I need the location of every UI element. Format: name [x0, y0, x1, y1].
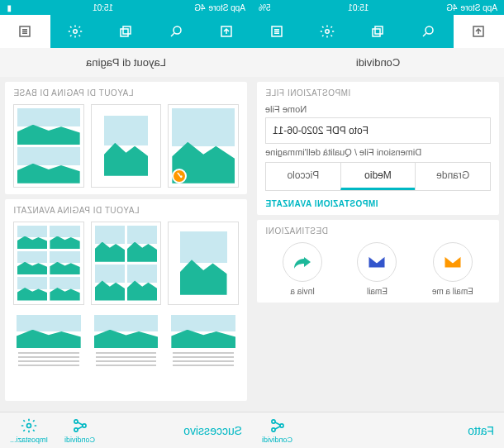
- card-title: IMPOSTAZIONI FILE: [265, 88, 491, 98]
- tab-search[interactable]: [151, 15, 202, 48]
- card-title: LAYOUT DI PAGINA AVANZATI: [13, 206, 239, 215]
- layout-img-text[interactable]: [168, 312, 239, 395]
- search-icon: [419, 21, 439, 41]
- network-icon: 4G: [194, 3, 205, 12]
- status-bar: App Store 4G 15:01 ▮: [0, 0, 252, 15]
- advanced-layout-grid: [13, 222, 239, 305]
- dest-email[interactable]: Email: [358, 242, 397, 296]
- gear-icon: [21, 417, 37, 434]
- envelope-icon: [433, 242, 473, 282]
- layout-4up[interactable]: [91, 222, 162, 305]
- app-indicator: App Store: [209, 3, 245, 12]
- gear-icon: [66, 21, 86, 41]
- layout-single-fit[interactable]: [91, 104, 162, 188]
- layer-icon: [116, 21, 136, 41]
- basic-layout-grid: [13, 104, 239, 188]
- done-button[interactable]: Fatto: [468, 424, 494, 437]
- tab-layer[interactable]: [353, 15, 403, 48]
- search-icon: [167, 21, 187, 41]
- status-time: 15:01: [348, 3, 368, 12]
- dest-email-me[interactable]: Email a me: [432, 242, 473, 296]
- battery-icon: 5%: [259, 3, 270, 12]
- layout-single-adv[interactable]: [168, 222, 239, 305]
- top-toolbar: [0, 15, 252, 48]
- network-icon: 4G: [446, 3, 457, 12]
- svg-point-11: [74, 30, 78, 34]
- svg-point-16: [27, 423, 31, 427]
- list-icon: [268, 21, 288, 41]
- envelope-icon: [358, 242, 397, 282]
- destinations-card: DESTINAZIONI Email a me Email Invia a: [257, 220, 499, 303]
- right-phone-screen: App Store 4G 15:01 ▮ Layout di Pagina LA…: [0, 0, 252, 448]
- layout-img-text-2[interactable]: [91, 312, 162, 395]
- advanced-settings-link[interactable]: IMPOSTAZIONI AVANZATE: [265, 199, 491, 208]
- next-button[interactable]: Successivo: [183, 424, 242, 437]
- selected-badge-icon: [172, 169, 187, 183]
- layout-img-text-3[interactable]: [13, 312, 84, 395]
- status-time: 15:01: [93, 3, 113, 12]
- svg-rect-2: [373, 29, 381, 36]
- bottom-bar: Successivo Condividi Impostazi...: [0, 412, 252, 448]
- svg-rect-9: [124, 26, 131, 34]
- share-button[interactable]: Condividi: [64, 417, 95, 444]
- gear-icon: [318, 21, 338, 41]
- dest-label: Email a me: [432, 287, 473, 296]
- page-title: Layout di Pagina: [0, 48, 252, 77]
- layout-single[interactable]: [168, 104, 239, 188]
- advanced-layouts-card: LAYOUT DI PAGINA AVANZATI: [5, 199, 247, 402]
- settings-label: Impostazi...: [10, 436, 48, 444]
- export-icon: [469, 21, 489, 41]
- layout-6up[interactable]: [13, 222, 84, 305]
- list-icon: [16, 21, 36, 41]
- settings-button[interactable]: Impostazi...: [10, 417, 48, 444]
- card-title: LAYOUT DI PAGINA DI BASE: [13, 88, 239, 98]
- top-toolbar: [252, 15, 504, 48]
- advanced-layout-grid-2: [13, 312, 239, 395]
- share-icon: [269, 417, 286, 434]
- dest-send-to[interactable]: Invia a: [283, 242, 322, 296]
- svg-rect-10: [121, 29, 129, 36]
- share-icon: [72, 417, 88, 434]
- export-icon: [217, 21, 237, 41]
- card-title: DESTINAZIONI: [265, 226, 491, 236]
- share-label: Condividi: [262, 436, 292, 444]
- share-label: Condividi: [64, 436, 95, 444]
- share-button[interactable]: Condividi: [262, 417, 292, 444]
- tab-list[interactable]: [0, 15, 50, 48]
- battery-icon: ▮: [7, 3, 12, 12]
- quality-segmented-control: Grande Medio Piccolo: [265, 162, 491, 191]
- tab-list[interactable]: [252, 15, 302, 48]
- destinations-row: Email a me Email Invia a: [265, 242, 491, 296]
- layer-icon: [368, 21, 388, 41]
- tab-layer[interactable]: [101, 15, 151, 48]
- tab-export[interactable]: [202, 15, 252, 48]
- svg-point-8: [174, 26, 182, 34]
- status-bar: App Store 4G 15:01 5%: [252, 0, 504, 15]
- seg-large[interactable]: Grande: [415, 163, 490, 190]
- file-name-input[interactable]: [265, 117, 491, 144]
- tab-settings[interactable]: [302, 15, 353, 48]
- layout-2up[interactable]: [13, 104, 84, 188]
- seg-small[interactable]: Piccolo: [266, 163, 340, 190]
- file-settings-card: IMPOSTAZIONI FILE Nome File Dimensioni F…: [257, 82, 499, 215]
- svg-point-0: [426, 26, 434, 34]
- quality-label: Dimensioni File / Qualità dell'immagine: [265, 147, 491, 157]
- file-name-label: Nome File: [265, 104, 491, 114]
- dest-label: Email: [367, 287, 388, 296]
- content-area: LAYOUT DI PAGINA DI BASE LAYOUT DI PAGIN…: [0, 77, 252, 412]
- app-indicator: App Store: [461, 3, 497, 12]
- bottom-bar: Fatto Condividi: [252, 412, 504, 448]
- seg-medium[interactable]: Medio: [340, 163, 416, 190]
- basic-layouts-card: LAYOUT DI PAGINA DI BASE: [5, 82, 247, 194]
- tab-export[interactable]: [454, 15, 504, 48]
- reply-arrow-icon: [283, 242, 322, 282]
- left-phone-screen: App Store 4G 15:01 5% Condividi IMPOSTAZ…: [252, 0, 504, 448]
- page-title: Condividi: [252, 48, 504, 77]
- tab-settings[interactable]: [50, 15, 101, 48]
- dest-label: Invia a: [290, 287, 314, 296]
- tab-search[interactable]: [403, 15, 454, 48]
- content-area: IMPOSTAZIONI FILE Nome File Dimensioni F…: [252, 77, 504, 412]
- svg-rect-1: [376, 26, 383, 34]
- svg-point-3: [326, 30, 330, 34]
